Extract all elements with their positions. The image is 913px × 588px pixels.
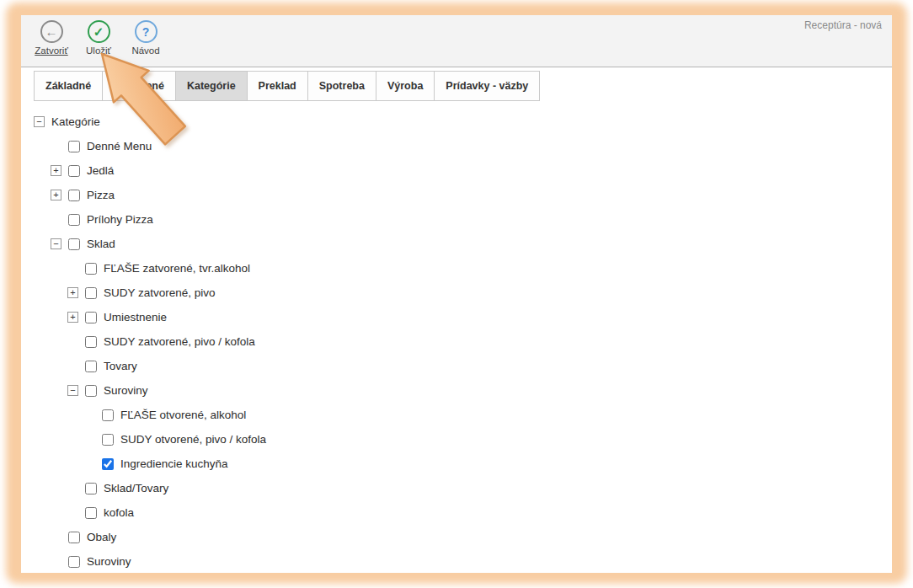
tab-spotreba[interactable]: Spotreba bbox=[307, 71, 376, 101]
page-title: Receptúra - nová bbox=[804, 19, 882, 31]
tree-row: Tovary bbox=[21, 354, 892, 378]
tree-row: Pizza bbox=[21, 183, 892, 207]
tree-row: Kategórie bbox=[21, 110, 892, 134]
tree-checkbox[interactable] bbox=[85, 361, 97, 372]
expand-icon[interactable] bbox=[67, 287, 78, 298]
expand-icon[interactable] bbox=[51, 165, 61, 176]
tree-checkbox[interactable] bbox=[85, 336, 97, 348]
tree-item-label[interactable]: Prílohy Pizza bbox=[87, 213, 153, 226]
help-button[interactable]: ? Návod bbox=[122, 20, 169, 56]
save-button-label: Uložiť bbox=[86, 45, 111, 56]
tab-pridavky-vazby[interactable]: Prídavky - väzby bbox=[434, 71, 540, 101]
tree-item-label[interactable]: Obaly bbox=[87, 531, 116, 543]
collapse-icon[interactable] bbox=[67, 385, 78, 396]
toolbar: ← Zatvoriť ✓ Uložiť ? Návod Receptúra - … bbox=[21, 15, 892, 67]
tree-item-label[interactable]: Suroviny bbox=[87, 555, 131, 568]
tree-row: Ingrediencie kuchyňa bbox=[21, 452, 892, 476]
category-tree: Kategórie Denné Menu Jedlá Pizza Prílohy… bbox=[21, 110, 892, 574]
tree-checkbox[interactable] bbox=[68, 214, 80, 226]
tree-row: Jedlá bbox=[21, 158, 892, 183]
tab-kategorie[interactable]: Kategórie bbox=[175, 71, 248, 101]
tab-rozsirene[interactable]: Rozšírené bbox=[102, 71, 176, 101]
tab-bar: Základné Rozšírené Kategórie Preklad Spo… bbox=[34, 71, 892, 101]
tree-row: Denné Menu bbox=[21, 134, 892, 158]
tree-row: FĽAŠE zatvorené, tvr.alkohol bbox=[21, 256, 892, 281]
tree-item-label[interactable]: Tovary bbox=[104, 360, 137, 372]
tree-item-label[interactable]: Suroviny bbox=[104, 384, 148, 397]
tree-checkbox[interactable] bbox=[85, 385, 97, 397]
tree-checkbox[interactable] bbox=[85, 312, 97, 323]
tree-checkbox[interactable] bbox=[85, 483, 97, 494]
tree-checkbox[interactable] bbox=[68, 141, 80, 152]
tree-item-label[interactable]: Pizza bbox=[87, 189, 115, 201]
tab-preklad[interactable]: Preklad bbox=[247, 71, 308, 101]
tree-item-label[interactable]: FĽAŠE zatvorené, tvr.alkohol bbox=[104, 262, 250, 275]
tree-row: Suroviny bbox=[21, 378, 892, 403]
tree-row: SUDY zatvorené, pivo bbox=[21, 281, 892, 305]
tab-zakladne[interactable]: Základné bbox=[34, 71, 103, 101]
tree-item-label[interactable]: FĽAŠE otvorené, alkohol bbox=[120, 409, 246, 421]
tree-checkbox[interactable] bbox=[68, 190, 80, 201]
tree-item-label[interactable]: SUDY otvorené, pivo / kofola bbox=[120, 433, 266, 446]
tree-row: Suroviny bbox=[21, 549, 892, 574]
tree-row: FĽAŠE otvorené, alkohol bbox=[21, 403, 892, 427]
check-icon: ✓ bbox=[88, 20, 110, 43]
tree-row: Sklad bbox=[21, 232, 892, 256]
collapse-icon[interactable] bbox=[51, 238, 61, 249]
tree-checkbox[interactable] bbox=[102, 409, 114, 421]
tree-row: SUDY zatvorené, pivo / kofola bbox=[21, 329, 892, 354]
question-icon: ? bbox=[135, 20, 158, 43]
tree-checkbox[interactable] bbox=[102, 458, 114, 470]
save-button[interactable]: ✓ Uložiť bbox=[75, 20, 122, 56]
tree-row: Umiestnenie bbox=[21, 305, 892, 329]
tree-checkbox[interactable] bbox=[102, 434, 114, 446]
tree-row: SUDY otvorené, pivo / kofola bbox=[21, 427, 892, 452]
tree-item-label[interactable]: SUDY zatvorené, pivo / kofola bbox=[104, 335, 255, 348]
tree-checkbox[interactable] bbox=[68, 238, 80, 250]
close-button-label: Zatvoriť bbox=[35, 45, 67, 56]
tree-item-label[interactable]: Umiestnenie bbox=[104, 311, 167, 323]
tree-row: Prílohy Pizza bbox=[21, 207, 892, 232]
tree-checkbox[interactable] bbox=[85, 507, 97, 519]
tree-item-label[interactable]: Jedlá bbox=[87, 164, 114, 177]
close-button[interactable]: ← Zatvoriť bbox=[28, 20, 75, 56]
tree-item-label[interactable]: Sklad/Tovary bbox=[104, 482, 168, 494]
tree-row: Obaly bbox=[21, 525, 892, 549]
tree-checkbox[interactable] bbox=[85, 263, 97, 275]
back-arrow-icon: ← bbox=[40, 20, 63, 43]
tree-checkbox[interactable] bbox=[85, 287, 97, 299]
tree-item-label[interactable]: kofola bbox=[104, 506, 134, 519]
expand-icon[interactable] bbox=[51, 190, 61, 200]
tree-item-label[interactable]: SUDY zatvorené, pivo bbox=[104, 286, 216, 299]
tree-item-label[interactable]: Sklad bbox=[87, 238, 115, 250]
tree-row: Sklad/Tovary bbox=[21, 476, 892, 500]
tab-vyroba[interactable]: Výroba bbox=[376, 71, 435, 101]
help-button-label: Návod bbox=[131, 45, 159, 56]
tree-checkbox[interactable] bbox=[68, 532, 80, 543]
tree-checkbox[interactable] bbox=[68, 556, 80, 568]
tree-item-label[interactable]: Denné Menu bbox=[87, 140, 152, 152]
tree-row: kofola bbox=[21, 500, 892, 525]
tree-item-label[interactable]: Ingrediencie kuchyňa bbox=[120, 457, 228, 470]
tree-checkbox[interactable] bbox=[68, 165, 80, 177]
expand-icon[interactable] bbox=[67, 312, 78, 323]
app-window: ← Zatvoriť ✓ Uložiť ? Návod Receptúra - … bbox=[21, 15, 892, 573]
collapse-icon[interactable] bbox=[34, 116, 45, 127]
tree-item-label: Kategórie bbox=[51, 115, 100, 128]
